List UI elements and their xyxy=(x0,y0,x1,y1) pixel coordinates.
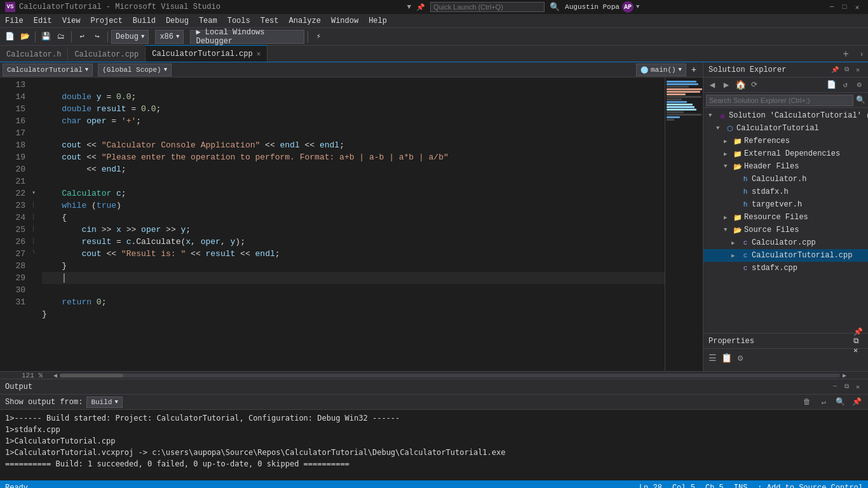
chevron-down-icon: ▼ xyxy=(114,399,118,405)
se-properties-button[interactable]: ⚙ xyxy=(853,79,865,92)
toolbar-separator-3 xyxy=(107,31,108,43)
solution-explorer-pin-button[interactable]: 📌 xyxy=(830,65,840,75)
properties-close-button[interactable]: ✕ xyxy=(853,346,863,355)
output-find-button[interactable]: 🔍 xyxy=(834,396,846,409)
properties-pin-button[interactable]: 📌 xyxy=(853,327,863,337)
menu-analyze[interactable]: Analyze xyxy=(284,14,326,28)
collapse-icon[interactable]: ▾ xyxy=(32,189,36,196)
expand-editor-button[interactable]: + xyxy=(688,64,700,76)
tree-item-external-dependencies[interactable]: ▶ 📁 External Dependencies xyxy=(703,147,868,160)
output-title: Output xyxy=(5,383,32,391)
open-file-button[interactable]: 📂 xyxy=(18,30,32,44)
chevron-down-icon: ▼ xyxy=(85,67,88,73)
close-button[interactable]: ✕ xyxy=(851,2,863,12)
run-button[interactable]: ▶ Local Windows Debugger xyxy=(190,30,304,44)
undo-button[interactable]: ↩ xyxy=(75,30,89,44)
output-header-buttons: ─ ⧉ ✕ xyxy=(830,382,863,392)
tree-item-resource-files[interactable]: ▶ 📁 Resource Files xyxy=(703,211,868,224)
menu-debug[interactable]: Debug xyxy=(161,14,194,28)
solution-explorer-header: Solution Explorer 📌 ⧉ ✕ xyxy=(703,62,868,78)
tree-item-solution[interactable]: ▼ ▣ Solution 'CalculatorTutorial' (1 pro… xyxy=(703,109,868,122)
menu-test[interactable]: Test xyxy=(255,14,284,28)
scroll-right-button[interactable]: ▶ xyxy=(840,372,849,379)
chevron-down-icon: ▼ xyxy=(176,34,179,40)
se-home-button[interactable]: 🏠 xyxy=(734,79,747,92)
menu-window[interactable]: Window xyxy=(326,14,363,28)
tree-item-stdafx-h[interactable]: h stdafx.h xyxy=(703,186,868,198)
scope-nav-dropdown[interactable]: (Global Scope) ▼ xyxy=(98,64,172,76)
restore-button[interactable]: □ xyxy=(839,2,850,12)
debug-config-dropdown[interactable]: Debug ▼ xyxy=(111,30,149,44)
tab-scroll-right-button[interactable]: › xyxy=(855,48,868,62)
props-categorized-button[interactable]: ☰ xyxy=(706,351,719,364)
se-sync-button[interactable]: ⟳ xyxy=(748,79,761,92)
menu-build[interactable]: Build xyxy=(128,14,161,28)
code-content[interactable]: double y = 0.0; double result = 0.0; cha… xyxy=(42,78,665,371)
platform-dropdown[interactable]: x86 ▼ xyxy=(155,30,184,44)
tab-calculator-h[interactable]: Calculator.h xyxy=(0,48,68,62)
properties-panel: Properties 📌 ⧉ ✕ ☰ 📋 ⚙ xyxy=(703,333,868,371)
redo-button[interactable]: ↪ xyxy=(90,30,104,44)
tree-item-targetver-h[interactable]: h targetver.h xyxy=(703,198,868,211)
tab-calculator-cpp[interactable]: Calculator.cpp xyxy=(68,48,146,62)
tree-item-calculator-h[interactable]: h Calculator.h xyxy=(703,173,868,186)
status-text: Ready xyxy=(5,484,28,488)
save-all-button[interactable]: 🗂 xyxy=(54,30,68,44)
tree-item-calculator-cpp[interactable]: ▶ c Calculator.cpp xyxy=(703,236,868,249)
menu-edit[interactable]: Edit xyxy=(29,14,57,28)
tree-item-source-files[interactable]: ▼ 📂 Source Files xyxy=(703,224,868,236)
menu-tools[interactable]: Tools xyxy=(222,14,255,28)
tree-item-stdafx-cpp[interactable]: c stdafx.cpp xyxy=(703,262,868,274)
scroll-track[interactable] xyxy=(60,374,840,377)
menu-project[interactable]: Project xyxy=(85,14,127,28)
se-search-input[interactable] xyxy=(706,95,853,106)
symbol-nav-dropdown[interactable]: ⬤ main() ▼ xyxy=(636,64,686,76)
menu-help[interactable]: Help xyxy=(363,14,392,28)
source-control-button[interactable]: ↑ Add to Source Control xyxy=(757,484,863,488)
menu-team[interactable]: Team xyxy=(194,14,222,28)
output-source-dropdown[interactable]: Build ▼ xyxy=(86,396,122,408)
tab-close-button[interactable]: ✕ xyxy=(257,50,261,58)
folder-icon: 📁 xyxy=(733,136,743,146)
output-pin-button[interactable]: 📌 xyxy=(850,396,863,409)
output-close-button[interactable]: ✕ xyxy=(853,382,863,392)
project-nav-dropdown[interactable]: CalculatorTutorial ▼ xyxy=(3,64,93,76)
chevron-down-icon[interactable]: ▼ xyxy=(636,4,639,10)
menu-file[interactable]: File xyxy=(0,14,29,28)
nav-bar: CalculatorTutorial ▼ (Global Scope) ▼ ⬤ … xyxy=(0,62,703,78)
code-gutter: ▾ │ │ │ │ └ xyxy=(32,78,42,371)
minimize-button[interactable]: ─ xyxy=(826,2,837,12)
se-refresh-button[interactable]: ↺ xyxy=(839,79,851,92)
props-properties-button[interactable]: ⚙ xyxy=(734,351,747,364)
properties-float-button[interactable]: ⧉ xyxy=(853,337,863,346)
output-clear-button[interactable]: 🗑 xyxy=(801,396,813,409)
se-search: 🔍 xyxy=(703,93,868,108)
tree-item-calculatortutorial-cpp[interactable]: ▶ c CalculatorTutorial.cpp xyxy=(703,249,868,262)
scroll-thumb[interactable] xyxy=(60,374,123,377)
search-icon[interactable]: 🔍 xyxy=(550,2,560,12)
se-back-button[interactable]: ◀ xyxy=(706,79,719,92)
save-button[interactable]: 💾 xyxy=(39,30,53,44)
output-wordwrap-button[interactable]: ↵ xyxy=(817,396,830,409)
solution-explorer-close-button[interactable]: ✕ xyxy=(853,65,863,75)
tree-item-header-files[interactable]: ▼ 📂 Header Files xyxy=(703,160,868,173)
tree-item-project[interactable]: ▼ ⬡ CalculatorTutorial xyxy=(703,122,868,135)
output-minimize-button[interactable]: ─ xyxy=(830,382,840,392)
se-show-all-files-button[interactable]: 📄 xyxy=(825,79,837,92)
quick-launch-input[interactable] xyxy=(430,2,545,12)
tree-label: CalculatorTutorial.cpp xyxy=(752,251,852,260)
tree-item-references[interactable]: ▶ 📁 References xyxy=(703,135,868,147)
header-file-icon: h xyxy=(740,174,750,184)
new-project-button[interactable]: 📄 xyxy=(3,30,17,44)
solution-explorer-float-button[interactable]: ⧉ xyxy=(841,65,851,75)
se-forward-button[interactable]: ▶ xyxy=(720,79,733,92)
tab-add-button[interactable]: + xyxy=(839,48,853,62)
folder-open-icon: 📂 xyxy=(733,161,743,172)
output-header: Output ─ ⧉ ✕ xyxy=(0,379,868,395)
output-float-button[interactable]: ⧉ xyxy=(841,382,851,392)
props-alphabetical-button[interactable]: 📋 xyxy=(720,351,733,364)
scroll-left-button[interactable]: ◀ xyxy=(51,372,60,379)
tab-calculatortutorial-cpp[interactable]: CalculatorTutorial.cpp ✕ xyxy=(146,45,268,62)
menu-view[interactable]: View xyxy=(57,14,86,28)
attach-button[interactable]: ⚡ xyxy=(311,30,325,44)
